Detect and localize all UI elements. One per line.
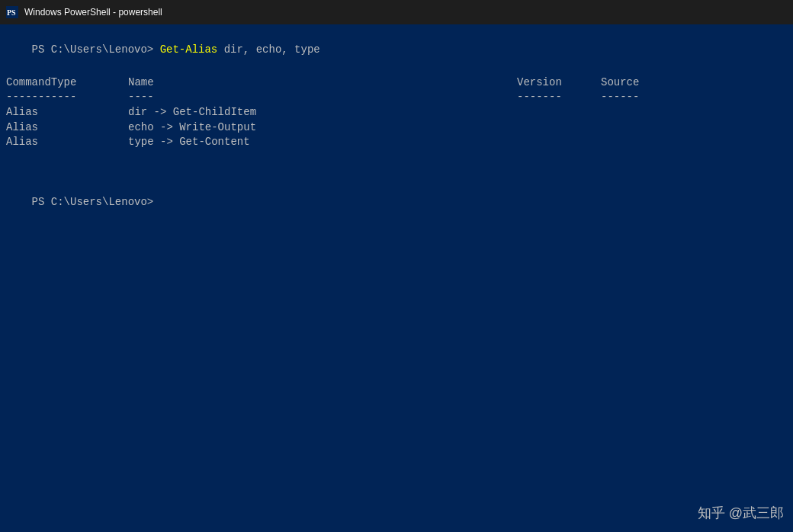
- row3-name: type -> Get-Content: [128, 135, 517, 150]
- row2-commandtype: Alias: [6, 120, 128, 136]
- table-row: Aliastype -> Get-Content: [6, 135, 787, 150]
- row2-version: [517, 120, 601, 136]
- header-version: Version: [517, 75, 601, 91]
- command-args: dir, echo, type: [217, 43, 319, 56]
- title-bar: PS Windows PowerShell - powershell: [0, 0, 793, 24]
- row2-name: echo -> Write-Output: [128, 120, 517, 136]
- prompt-command-line: PS C:\Users\Lenovo> Get-Alias dir, echo,…: [6, 27, 787, 72]
- header-source: Source: [601, 75, 639, 91]
- title-bar-text: Windows PowerShell - powershell: [24, 7, 162, 18]
- divider-version: -------: [517, 90, 601, 105]
- row1-version: [517, 105, 601, 120]
- header-commandtype: CommandType: [6, 75, 128, 91]
- table-row: Aliasecho -> Write-Output: [6, 120, 787, 136]
- command-keyword: Get-Alias: [160, 43, 218, 56]
- empty-line: [6, 150, 787, 165]
- table-row: Aliasdir -> Get-ChildItem: [6, 105, 787, 120]
- powershell-icon: PS: [6, 6, 18, 18]
- row1-commandtype: Alias: [6, 105, 128, 120]
- watermark: 知乎 @武三郎: [698, 504, 784, 523]
- empty-line: [6, 165, 787, 180]
- header-name: Name: [128, 75, 517, 91]
- prompt-line-2: PS C:\Users\Lenovo>: [6, 180, 787, 225]
- divider-commandtype: -----------: [6, 90, 128, 105]
- divider-name: ----: [128, 90, 517, 105]
- terminal[interactable]: PS C:\Users\Lenovo> Get-Alias dir, echo,…: [0, 24, 793, 532]
- table-divider-row: ----------------------------: [6, 90, 787, 105]
- prompt-prefix: PS C:\Users\Lenovo>: [32, 43, 160, 56]
- row1-name: dir -> Get-ChildItem: [128, 105, 517, 120]
- table-header-row: CommandTypeNameVersionSource: [6, 75, 787, 91]
- row3-version: [517, 135, 601, 150]
- divider-source: ------: [601, 90, 639, 105]
- row3-commandtype: Alias: [6, 135, 128, 150]
- prompt2-text: PS C:\Users\Lenovo>: [32, 196, 160, 208]
- svg-text:PS: PS: [7, 8, 16, 17]
